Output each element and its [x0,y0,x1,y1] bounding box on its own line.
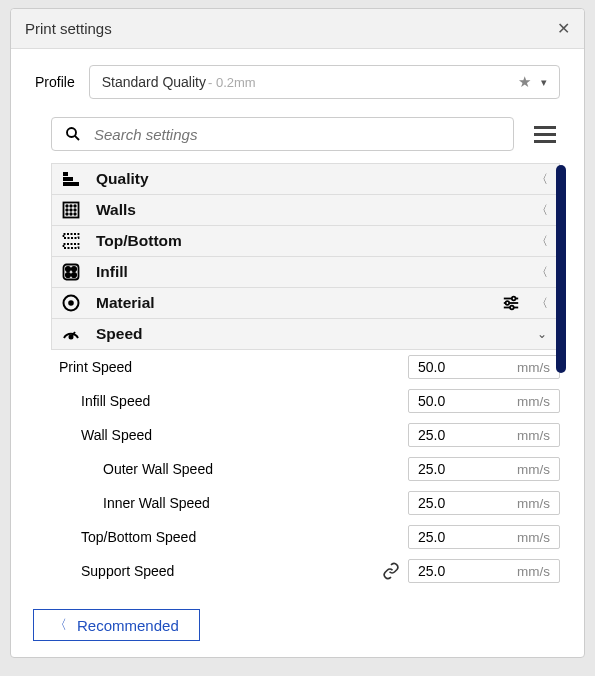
recommended-label: Recommended [77,617,179,634]
svg-point-7 [70,205,72,207]
setting-label: Inner Wall Speed [59,495,408,511]
svg-line-1 [75,136,79,140]
star-icon[interactable]: ★ [518,73,531,91]
section-label: Infill [96,263,487,281]
search-box[interactable] [51,117,514,151]
section-walls[interactable]: Walls 〈 [51,194,560,225]
svg-rect-4 [63,172,68,176]
section-quality[interactable]: Quality 〈 [51,163,560,194]
chevron-down-icon: ▾ [541,76,547,89]
search-input[interactable] [94,126,501,143]
svg-rect-15 [64,234,79,238]
chevron-left-icon: 〈 [535,295,549,312]
chevron-left-icon: 〈 [54,616,67,634]
svg-rect-17 [64,265,79,280]
value-input[interactable]: 25.0 mm/s [408,491,560,515]
panel-titlebar: Print settings ✕ [11,9,584,49]
link-icon[interactable] [382,562,400,580]
svg-point-20 [66,273,70,277]
value-input[interactable]: 25.0 mm/s [408,457,560,481]
section-topbottom[interactable]: Top/Bottom 〈 [51,225,560,256]
chevron-down-icon: ⌄ [535,327,549,341]
svg-point-18 [66,267,70,271]
setting-support-speed: Support Speed 25.0 mm/s [51,554,560,588]
walls-icon [60,199,82,221]
setting-infill-speed: Infill Speed 50.0 mm/s [51,384,560,418]
chevron-left-icon: 〈 [535,233,549,250]
svg-point-29 [510,306,514,310]
sliders-icon[interactable] [501,294,521,312]
search-icon [64,125,82,143]
chevron-left-icon: 〈 [535,264,549,281]
svg-point-10 [70,209,72,211]
setting-outer-wall-speed: Outer Wall Speed 25.0 mm/s [51,452,560,486]
svg-point-12 [66,213,68,215]
setting-label: Support Speed [59,563,382,579]
setting-wall-speed: Wall Speed 25.0 mm/s [51,418,560,452]
section-speed[interactable]: Speed ⌄ [51,318,560,350]
value-input[interactable]: 25.0 mm/s [408,525,560,549]
section-material[interactable]: Material 〈 [51,287,560,318]
profile-sub: - 0.2mm [208,75,256,90]
setting-inner-wall-speed: Inner Wall Speed 25.0 mm/s [51,486,560,520]
search-row [11,111,584,163]
svg-point-25 [512,297,516,301]
svg-point-27 [506,301,510,305]
profile-select[interactable]: Standard Quality - 0.2mm ★ ▾ [89,65,560,99]
svg-point-19 [72,267,76,271]
infill-icon [60,261,82,283]
scrollbar[interactable] [556,165,566,373]
speed-icon [60,323,82,345]
setting-print-speed: Print Speed 50.0 mm/s [51,350,560,384]
chevron-left-icon: 〈 [535,171,549,188]
svg-point-13 [70,213,72,215]
print-settings-panel: Print settings ✕ Profile Standard Qualit… [10,8,585,658]
section-label: Walls [96,201,487,219]
svg-point-21 [72,273,76,277]
svg-point-14 [74,213,76,215]
chevron-left-icon: 〈 [535,202,549,219]
svg-point-23 [69,301,73,305]
svg-point-8 [74,205,76,207]
value-input[interactable]: 25.0 mm/s [408,559,560,583]
profile-name: Standard Quality [102,74,206,90]
svg-rect-3 [63,177,73,181]
menu-icon[interactable] [530,120,560,149]
quality-icon [60,168,82,190]
svg-point-0 [67,128,76,137]
setting-topbottom-speed: Top/Bottom Speed 25.0 mm/s [51,520,560,554]
section-infill[interactable]: Infill 〈 [51,256,560,287]
topbottom-icon [60,230,82,252]
section-label: Top/Bottom [96,232,487,250]
profile-label: Profile [35,74,75,90]
value-input[interactable]: 25.0 mm/s [408,423,560,447]
section-label: Material [96,294,487,312]
close-icon[interactable]: ✕ [557,19,570,38]
profile-row: Profile Standard Quality - 0.2mm ★ ▾ [11,49,584,111]
svg-point-9 [66,209,68,211]
value-input[interactable]: 50.0 mm/s [408,355,560,379]
svg-point-6 [66,205,68,207]
svg-point-11 [74,209,76,211]
setting-label: Outer Wall Speed [59,461,408,477]
settings-list: Quality 〈 Walls 〈 Top/Bottom 〈 Infill [11,163,584,593]
svg-rect-2 [63,182,79,186]
recommended-button[interactable]: 〈 Recommended [33,609,200,641]
panel-footer: 〈 Recommended [11,593,584,657]
value-input[interactable]: 50.0 mm/s [408,389,560,413]
setting-label: Print Speed [59,359,408,375]
setting-label: Infill Speed [59,393,408,409]
material-icon [60,292,82,314]
setting-label: Wall Speed [59,427,408,443]
section-label: Speed [96,325,487,343]
svg-rect-16 [64,244,79,248]
svg-point-31 [70,336,73,339]
setting-label: Top/Bottom Speed [59,529,408,545]
section-label: Quality [96,170,487,188]
panel-title: Print settings [25,20,112,37]
